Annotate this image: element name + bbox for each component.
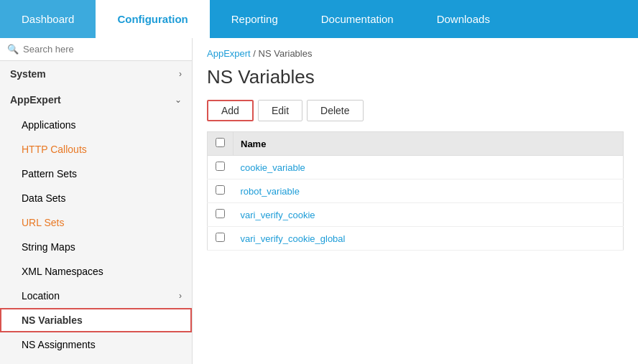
sidebar-section-appexpert-label: AppExpert bbox=[10, 94, 61, 106]
sidebar-item-data-sets[interactable]: Data Sets bbox=[0, 186, 192, 210]
breadcrumb: AppExpert / NS Variables bbox=[207, 48, 624, 59]
row-checkbox-cell bbox=[208, 179, 234, 203]
table-row: cookie_variable bbox=[208, 156, 624, 179]
sidebar: 🔍 System › AppExpert ⌄ Applications HTTP… bbox=[0, 38, 193, 364]
sidebar-section-system[interactable]: System › bbox=[0, 61, 192, 87]
row-name-cell[interactable]: cookie_variable bbox=[234, 156, 624, 179]
tab-documentation[interactable]: Documentation bbox=[300, 0, 415, 38]
delete-button[interactable]: Delete bbox=[307, 100, 363, 121]
page-title: NS Variables bbox=[207, 66, 624, 88]
add-button[interactable]: Add bbox=[207, 100, 254, 121]
sidebar-section-appexpert[interactable]: AppExpert ⌄ bbox=[0, 87, 192, 113]
chevron-down-icon: ⌄ bbox=[175, 95, 182, 105]
ns-variables-table: Name cookie_variable robot_variable vari… bbox=[207, 131, 624, 251]
sidebar-item-ns-variables[interactable]: NS Variables bbox=[0, 308, 192, 332]
row-name-cell[interactable]: vari_verify_cookie bbox=[234, 203, 624, 227]
sidebar-item-xml-namespaces[interactable]: XML Namespaces bbox=[0, 259, 192, 284]
table-row: vari_verify_cookie_global bbox=[208, 227, 624, 251]
search-input[interactable] bbox=[23, 44, 185, 55]
table-header-checkbox-col bbox=[208, 132, 234, 156]
sidebar-item-location-label: Location bbox=[22, 290, 60, 302]
chevron-right-icon: › bbox=[179, 69, 182, 79]
table-header-name: Name bbox=[234, 132, 624, 156]
table-row: vari_verify_cookie bbox=[208, 203, 624, 227]
action-bar: Add Edit Delete bbox=[207, 100, 624, 121]
main-layout: 🔍 System › AppExpert ⌄ Applications HTTP… bbox=[0, 38, 638, 364]
select-all-checkbox[interactable] bbox=[216, 138, 225, 147]
row-checkbox-3[interactable] bbox=[216, 233, 225, 242]
row-checkbox-1[interactable] bbox=[216, 185, 225, 195]
row-checkbox-2[interactable] bbox=[216, 209, 225, 218]
search-box: 🔍 bbox=[0, 38, 192, 61]
sidebar-item-location[interactable]: Location › bbox=[0, 284, 192, 308]
top-nav: Dashboard Configuration Reporting Docume… bbox=[0, 0, 638, 38]
row-checkbox-cell bbox=[208, 227, 234, 251]
sidebar-item-pattern-sets[interactable]: Pattern Sets bbox=[0, 162, 192, 186]
breadcrumb-current: NS Variables bbox=[259, 48, 313, 59]
breadcrumb-parent[interactable]: AppExpert bbox=[207, 48, 251, 59]
tab-downloads[interactable]: Downloads bbox=[415, 0, 512, 38]
sidebar-section-system-label: System bbox=[10, 68, 46, 80]
main-content: AppExpert / NS Variables NS Variables Ad… bbox=[193, 38, 638, 364]
row-checkbox-cell bbox=[208, 156, 234, 179]
sidebar-item-ns-assignments[interactable]: NS Assignments bbox=[0, 332, 192, 357]
sidebar-item-url-sets[interactable]: URL Sets bbox=[0, 210, 192, 235]
sidebar-item-applications[interactable]: Applications bbox=[0, 113, 192, 137]
row-checkbox-cell bbox=[208, 203, 234, 227]
tab-dashboard[interactable]: Dashboard bbox=[0, 0, 96, 38]
sidebar-item-http-callouts[interactable]: HTTP Callouts bbox=[0, 137, 192, 162]
chevron-right-icon-location: › bbox=[179, 291, 182, 301]
sidebar-item-string-maps[interactable]: String Maps bbox=[0, 235, 192, 259]
breadcrumb-separator: / bbox=[253, 48, 258, 59]
edit-button[interactable]: Edit bbox=[258, 100, 302, 121]
table-row: robot_variable bbox=[208, 179, 624, 203]
search-icon: 🔍 bbox=[7, 44, 19, 55]
row-checkbox-0[interactable] bbox=[216, 162, 225, 171]
tab-reporting[interactable]: Reporting bbox=[210, 0, 300, 38]
tab-configuration[interactable]: Configuration bbox=[96, 0, 209, 38]
row-name-cell[interactable]: vari_verify_cookie_global bbox=[234, 227, 624, 251]
row-name-cell[interactable]: robot_variable bbox=[234, 179, 624, 203]
